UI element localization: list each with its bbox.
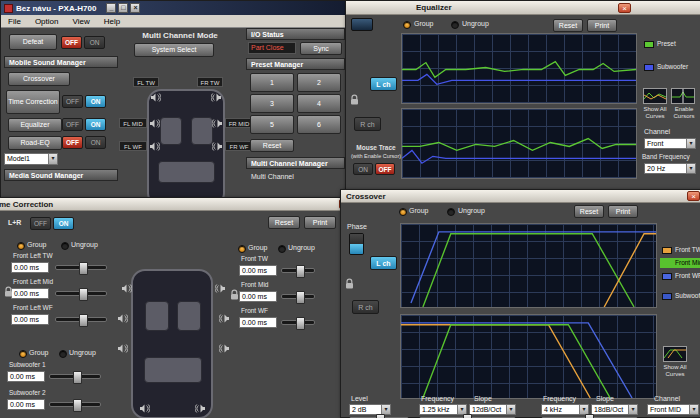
defeat-off-toggle[interactable]: OFF [61,36,82,49]
tc-left-group-radio[interactable] [17,242,25,250]
subwoofer-1-slider[interactable] [49,374,101,379]
phase-180-cell[interactable] [350,244,363,254]
lr-off-toggle[interactable]: OFF [30,217,51,230]
eq-channel-select[interactable]: Front [644,138,696,149]
front-left-wf-value[interactable]: 0.00 ms [11,314,49,325]
phase-toggle[interactable] [349,233,364,255]
time-correction-button[interactable]: Time Correction [6,90,60,114]
preset-3-button[interactable]: 3 [250,94,294,113]
eq-r-channel-graph[interactable] [401,108,637,179]
menu-option[interactable]: Option [28,17,66,26]
time-correction-on-toggle[interactable]: ON [85,95,106,108]
xo-l-channel-button[interactable]: L ch [370,256,397,270]
front-tw-value[interactable]: 0.00 ms [239,265,277,276]
xo-group-radio[interactable] [399,208,407,216]
road-eq-button[interactable]: Road-EQ [8,136,62,150]
time-correction-off-toggle[interactable]: OFF [62,95,83,108]
xo-show-all-curves-button[interactable] [663,346,687,362]
eq-mini-toggle[interactable] [351,18,373,31]
eq-ungroup-radio[interactable] [451,21,459,29]
equalizer-title-bar[interactable]: Equalizer [346,1,700,15]
crossover-button[interactable]: Crossover [8,72,70,86]
tc-print-button[interactable]: Print [304,216,336,229]
tc-sub-ungroup-radio[interactable] [59,350,67,358]
front-left-tw-value[interactable]: 0.00 ms [11,262,49,273]
system-select-button[interactable]: System Select [134,43,214,57]
phase-0-cell[interactable] [350,234,363,244]
minimize-icon[interactable] [106,3,116,13]
preset-1-button[interactable]: 1 [250,73,294,92]
front-left-tw-label: Front Left TW [13,252,53,259]
preset-reset-button[interactable]: Reset [250,139,294,152]
front-wf-value[interactable]: 0.00 ms [239,317,277,328]
frequency-1-value[interactable]: 1.25 kHz [419,404,467,415]
show-all-curves-button[interactable] [643,88,667,104]
subwoofer-2-label: Subwoofer 2 [9,389,46,396]
front-left-tw-slider[interactable] [55,265,107,270]
tc-sub-group-radio[interactable] [19,350,27,358]
slope-1-value[interactable]: 12dB/Oct [469,404,516,415]
front-left-mid-value[interactable]: 0.00 ms [11,288,49,299]
eq-print-button[interactable]: Print [587,19,617,32]
front-left-wf-slider[interactable] [55,317,107,322]
eq-r-channel-button[interactable]: R ch [354,117,381,131]
front-left-mid-slider[interactable] [55,291,107,296]
xo-ungroup-radio[interactable] [447,208,455,216]
xo-show-all-curves-label: Show All Curves [657,364,693,378]
subwoofer-2-slider[interactable] [49,402,101,407]
tc-reset-button[interactable]: Reset [268,216,300,229]
xo-r-channel-graph[interactable] [400,314,657,399]
crossover-title-bar[interactable]: Crossover [341,190,700,203]
xo-print-button[interactable]: Print [608,205,638,218]
slope-2-value[interactable]: 18dB/Oct [591,404,638,415]
xo-r-channel-button[interactable]: R ch [352,300,379,314]
time-correction-title-bar[interactable]: Time Correction [0,198,357,211]
tc-right-ungroup-radio[interactable] [278,245,286,253]
front-tw-slider[interactable] [281,268,315,273]
xo-reset-button[interactable]: Reset [574,205,604,218]
speaker-icon [212,118,223,129]
lr-on-toggle[interactable]: ON [53,217,74,230]
tc-right-group-radio[interactable] [238,245,246,253]
preset-6-button[interactable]: 6 [297,115,341,134]
eq-group-radio[interactable] [403,21,411,29]
xo-channel-select[interactable]: Front MID [647,404,699,415]
mouse-trace-off-toggle[interactable]: OFF [375,163,395,175]
menu-help[interactable]: Help [97,17,127,26]
preset-2-button[interactable]: 2 [297,73,341,92]
mouse-trace-on-toggle[interactable]: ON [353,163,373,175]
close-icon[interactable] [687,191,700,201]
menu-file[interactable]: File [1,17,28,26]
frequency-2-value[interactable]: 4 kHz [541,404,589,415]
menu-view[interactable]: View [65,17,96,26]
enable-cursors-button[interactable] [671,88,695,104]
preset-4-button[interactable]: 4 [297,94,341,113]
defeat-button[interactable]: Defeat [9,34,57,50]
sync-button[interactable]: Sync [300,42,342,55]
subwoofer-2-value[interactable]: 0.00 ms [7,399,45,410]
xo-l-channel-graph[interactable] [400,223,657,308]
front-mid-slider[interactable] [281,294,315,299]
main-title-bar[interactable]: Bez návu - PXA-H700 [1,1,348,15]
subwoofer-1-value[interactable]: 0.00 ms [7,371,45,382]
front-mid-value[interactable]: 0.00 ms [239,291,277,302]
front-wf-slider[interactable] [281,320,315,325]
defeat-on-toggle[interactable]: ON [84,36,105,49]
close-icon[interactable] [618,3,631,13]
equalizer-on-toggle[interactable]: ON [85,118,106,131]
eq-reset-button[interactable]: Reset [553,19,583,32]
tc-left-ungroup-radio[interactable] [61,242,69,250]
maximize-icon[interactable] [118,3,128,13]
road-eq-model-select[interactable]: Model1 [4,153,58,165]
preset-5-button[interactable]: 5 [250,115,294,134]
equalizer-button[interactable]: Equalizer [8,118,62,132]
front-tw-legend-swatch [662,247,672,254]
eq-l-channel-button[interactable]: L ch [370,77,397,91]
road-eq-off-toggle[interactable]: OFF [62,136,83,149]
close-icon[interactable] [130,3,140,13]
eq-l-channel-graph[interactable] [401,33,637,104]
equalizer-off-toggle[interactable]: OFF [62,118,83,131]
time-correction-window: Time Correction L+R OFF ON Reset Print G… [0,197,358,418]
band-frequency-select[interactable]: 20 Hz [644,163,696,174]
road-eq-on-toggle[interactable]: ON [85,136,106,149]
